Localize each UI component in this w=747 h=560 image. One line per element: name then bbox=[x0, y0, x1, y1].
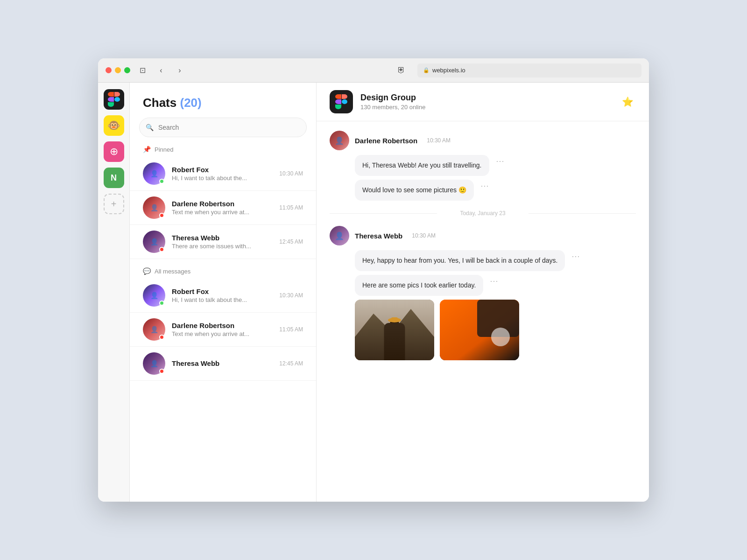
list-item[interactable]: 👤 Theresa Webb There are some issues wit… bbox=[130, 225, 316, 259]
chats-count: (20) bbox=[180, 96, 201, 110]
online-indicator bbox=[159, 247, 164, 252]
url-text: webpixels.io bbox=[432, 67, 465, 74]
message-bubble-row: Hey, happy to hear from you. Yes, I will… bbox=[330, 250, 636, 271]
chat-info: Darlene Robertson Text me when you arriv… bbox=[172, 200, 273, 216]
chat-info: Robert Fox Hi, I want to talk about the.… bbox=[172, 166, 273, 182]
chat-preview: Text me when you arrive at... bbox=[172, 209, 273, 216]
message-avatar: 👤 bbox=[330, 131, 349, 150]
list-item[interactable]: 👤 Robert Fox Hi, I want to talk about th… bbox=[130, 157, 316, 191]
star-button[interactable]: ⭐ bbox=[619, 93, 636, 110]
chat-name: Theresa Webb bbox=[172, 359, 273, 367]
orange-svg bbox=[440, 300, 519, 360]
sidebar-add-button[interactable]: + bbox=[104, 194, 124, 214]
message-bubble-row: Hi, Theresa Webb! Are you still travelli… bbox=[330, 155, 636, 176]
browser-titlebar: ⊡ ‹ › ⛨ 🔒 webpixels.io bbox=[98, 58, 649, 83]
online-indicator bbox=[159, 369, 164, 374]
avatar-wrap: 👤 bbox=[143, 352, 165, 375]
list-item[interactable]: 👤 Darlene Robertson Text me when you arr… bbox=[130, 313, 316, 347]
chat-name: Robert Fox bbox=[172, 287, 273, 295]
pinned-chat-list: 👤 Robert Fox Hi, I want to talk about th… bbox=[130, 157, 316, 502]
search-icon: 🔍 bbox=[146, 124, 154, 131]
chat-name: Darlene Robertson bbox=[172, 200, 273, 208]
message-bubble-row: Here are some pics I took earlier today.… bbox=[330, 275, 636, 296]
address-bar[interactable]: 🔒 webpixels.io bbox=[417, 63, 641, 77]
avatar-wrap: 👤 bbox=[143, 318, 165, 341]
sidebar-item-figma[interactable] bbox=[104, 89, 124, 110]
group-info: Design Group 130 members, 20 online bbox=[360, 93, 425, 111]
message-bubble: Hi, Theresa Webb! Are you still travelli… bbox=[355, 155, 489, 176]
group-icon bbox=[330, 90, 353, 113]
search-bar: 🔍 bbox=[139, 118, 307, 137]
message-time: 10:30 AM bbox=[427, 137, 451, 144]
add-icon: + bbox=[111, 199, 117, 210]
hiker-svg bbox=[355, 300, 434, 360]
chat-info: Theresa Webb bbox=[172, 359, 273, 368]
online-indicator bbox=[159, 213, 164, 218]
bubble-menu-button[interactable]: ⋯ bbox=[570, 250, 582, 262]
figma-icon bbox=[108, 92, 120, 107]
figma-group-icon bbox=[335, 94, 347, 109]
avatar-face: 👤 bbox=[330, 131, 349, 150]
photos-row bbox=[330, 300, 636, 360]
avatar-face: 👤 bbox=[330, 226, 349, 245]
chat-info: Theresa Webb There are some issues with.… bbox=[172, 234, 273, 250]
bubble-menu-button[interactable]: ⋯ bbox=[479, 180, 491, 192]
chat-time: 11:05 AM bbox=[279, 326, 303, 333]
list-item[interactable]: 👤 Theresa Webb 12:45 AM bbox=[130, 347, 316, 381]
photo-orange-image bbox=[440, 300, 519, 360]
message-avatar: 👤 bbox=[330, 226, 349, 245]
back-button[interactable]: ‹ bbox=[155, 64, 168, 77]
list-item[interactable]: 👤 Robert Fox Hi, I want to talk about th… bbox=[130, 279, 316, 313]
message-sender-row: 👤 Darlene Robertson 10:30 AM bbox=[330, 131, 636, 150]
bubble-menu-button[interactable]: ⋯ bbox=[488, 275, 500, 287]
all-messages-section-label: 💬 All messages bbox=[130, 259, 316, 279]
figma-dot-green bbox=[335, 105, 341, 109]
minimize-button[interactable] bbox=[115, 67, 121, 73]
chat-info: Robert Fox Hi, I want to talk about the.… bbox=[172, 287, 273, 303]
chat-time: 10:30 AM bbox=[279, 292, 303, 299]
figma-dot-orange bbox=[342, 94, 347, 99]
sidebar-item-dribbble[interactable]: ⊕ bbox=[104, 141, 124, 162]
mailchimp-icon: 🐵 bbox=[107, 119, 120, 132]
search-input[interactable] bbox=[139, 118, 307, 137]
message-sender-name: Theresa Webb bbox=[355, 232, 402, 240]
forward-button[interactable]: › bbox=[173, 64, 186, 77]
message-bubble-row: Would love to see some pictures 🙂 ⋯ bbox=[330, 180, 636, 201]
shield-button[interactable]: ⛨ bbox=[395, 64, 408, 77]
sidebar-item-notion[interactable]: N bbox=[104, 168, 124, 188]
all-messages-label-text: All messages bbox=[155, 268, 190, 275]
svg-rect-5 bbox=[397, 330, 401, 331]
message-bubble: Would love to see some pictures 🙂 bbox=[355, 180, 474, 201]
svg-rect-6 bbox=[392, 343, 394, 352]
pinned-section-label: 📌 Pinned bbox=[130, 137, 316, 157]
close-button[interactable] bbox=[106, 67, 112, 73]
avatar-wrap: 👤 bbox=[143, 231, 165, 253]
chat-time: 11:05 AM bbox=[279, 204, 303, 211]
svg-rect-9 bbox=[391, 317, 398, 321]
traffic-lights bbox=[106, 67, 130, 73]
chats-title: Chats (20) bbox=[143, 96, 303, 110]
chat-name: Darlene Robertson bbox=[172, 322, 273, 329]
list-item[interactable]: 👤 Darlene Robertson Text me when you arr… bbox=[130, 191, 316, 225]
online-indicator bbox=[159, 179, 164, 184]
svg-point-12 bbox=[491, 328, 510, 346]
pin-icon: 📌 bbox=[143, 146, 151, 153]
figma-dot-blue bbox=[342, 99, 347, 104]
date-divider: Today, January 23 bbox=[330, 210, 636, 217]
message-sender-name: Darlene Robertson bbox=[355, 137, 417, 145]
message-bubble: Hey, happy to hear from you. Yes, I will… bbox=[355, 250, 565, 271]
photo-thumbnail-orange[interactable] bbox=[440, 300, 519, 360]
sidebar-item-mailchimp[interactable]: 🐵 bbox=[104, 115, 124, 136]
photo-thumbnail-hiker[interactable] bbox=[355, 300, 434, 360]
bubble-menu-button[interactable]: ⋯ bbox=[494, 155, 506, 167]
app-sidebar: 🐵 ⊕ N + bbox=[98, 83, 130, 502]
svg-rect-7 bbox=[395, 343, 397, 352]
chats-title-text: Chats bbox=[143, 96, 176, 110]
sidebar-toggle-button[interactable]: ⊡ bbox=[136, 64, 149, 77]
maximize-button[interactable] bbox=[124, 67, 130, 73]
avatar-wrap: 👤 bbox=[143, 196, 165, 219]
avatar-wrap: 👤 bbox=[143, 284, 165, 307]
pinned-label-text: Pinned bbox=[155, 146, 173, 153]
chat-time: 10:30 AM bbox=[279, 170, 303, 177]
online-indicator bbox=[159, 301, 164, 306]
